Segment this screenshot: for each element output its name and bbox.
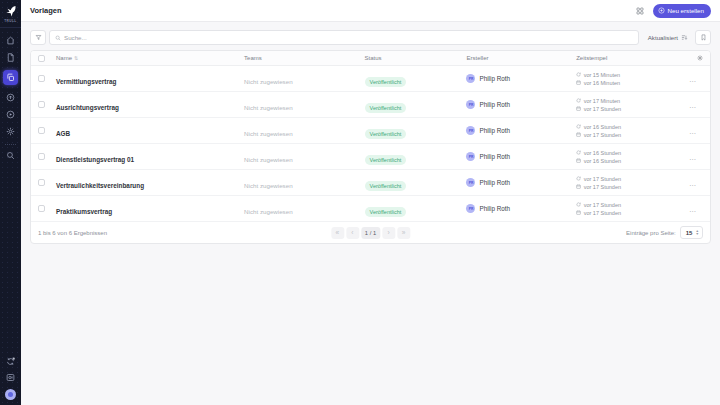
refresh-icon xyxy=(576,202,581,207)
status-badge: Veröffentlicht xyxy=(365,207,407,217)
apps-grid-icon[interactable] xyxy=(636,7,644,15)
created-timestamp: vor 17 Stunden xyxy=(584,209,621,217)
table-settings-gear-icon[interactable] xyxy=(697,55,703,61)
new-create-button[interactable]: Neu erstellen xyxy=(653,4,711,18)
select-all-checkbox[interactable] xyxy=(38,55,45,62)
sidebar-item-workspace[interactable] xyxy=(6,373,15,382)
row-checkbox[interactable] xyxy=(38,75,45,82)
creator-name: Philip Roth xyxy=(479,205,509,212)
column-header-name[interactable]: Name ⇅ xyxy=(56,55,244,61)
sidebar-item-documents[interactable] xyxy=(6,53,15,62)
per-page-value: 15 xyxy=(686,230,693,236)
column-header-status[interactable]: Status xyxy=(365,55,467,61)
sort-updated-label: Aktualisiert xyxy=(648,34,678,41)
creator-name: Philip Roth xyxy=(479,179,509,186)
sidebar-item-home[interactable] xyxy=(6,36,15,45)
search-icon xyxy=(6,151,15,160)
status-badge: Veröffentlicht xyxy=(365,129,407,139)
last-page-button[interactable]: » xyxy=(397,227,410,239)
row-actions-button[interactable]: ⋯ xyxy=(689,208,697,215)
updated-timestamp: vor 15 Minuten xyxy=(584,71,620,79)
sidebar-item-media[interactable] xyxy=(6,110,15,119)
next-page-button[interactable]: › xyxy=(382,227,395,239)
table-footer: 1 bis 6 von 6 Ergebnissen « ‹ 1 / 1 › » … xyxy=(31,222,710,243)
workspace-icon xyxy=(6,373,15,382)
sidebar-item-sync[interactable] xyxy=(6,357,15,366)
calendar-icon xyxy=(576,184,581,189)
column-header-teams[interactable]: Teams xyxy=(244,55,365,61)
teams-value: Nicht zugewiesen xyxy=(244,104,293,111)
created-timestamp: vor 17 Stunden xyxy=(584,131,621,139)
previous-page-button[interactable]: ‹ xyxy=(346,227,359,239)
row-actions-button[interactable]: ⋯ xyxy=(689,78,697,85)
row-checkbox[interactable] xyxy=(38,153,45,160)
template-name[interactable]: Praktikumsvertrag xyxy=(56,208,112,215)
table-row: Vertraulichkeitsvereinbarung Nicht zugew… xyxy=(31,170,710,196)
teams-value: Nicht zugewiesen xyxy=(244,156,293,163)
template-name[interactable]: Dienstleistungsvertrag 01 xyxy=(56,156,134,163)
pagination: « ‹ 1 / 1 › » xyxy=(331,227,410,239)
table-row: Ausrichtungsvertrag Nicht zugewiesen Ver… xyxy=(31,92,710,118)
templates-copy-icon xyxy=(6,73,15,82)
first-page-button[interactable]: « xyxy=(331,227,344,239)
search-box xyxy=(49,30,639,45)
row-checkbox[interactable] xyxy=(38,179,45,186)
row-checkbox[interactable] xyxy=(38,101,45,108)
sidebar: TRULL xyxy=(0,0,21,405)
creator-name: Philip Roth xyxy=(479,153,509,160)
updated-timestamp: vor 17 Stunden xyxy=(584,175,621,183)
updated-timestamp: vor 17 Minuten xyxy=(584,97,620,105)
per-page-label: Einträge pro Seite: xyxy=(626,230,676,236)
refresh-icon xyxy=(576,150,581,155)
filter-button[interactable] xyxy=(30,30,46,45)
creator-avatar: PR xyxy=(466,204,475,213)
row-actions-button[interactable]: ⋯ xyxy=(689,156,697,163)
sidebar-item-templates[interactable] xyxy=(3,70,18,85)
sidebar-item-publish[interactable] xyxy=(6,93,15,102)
creator-avatar: PR xyxy=(466,152,475,161)
row-actions-button[interactable]: ⋯ xyxy=(689,130,697,137)
home-icon xyxy=(6,36,15,45)
created-timestamp: vor 16 Minuten xyxy=(584,79,620,87)
teams-value: Nicht zugewiesen xyxy=(244,130,293,137)
row-actions-button[interactable]: ⋯ xyxy=(689,182,697,189)
template-name[interactable]: Vertraulichkeitsvereinbarung xyxy=(56,182,144,189)
search-input[interactable] xyxy=(64,34,633,41)
results-count: 1 bis 6 von 6 Ergebnissen xyxy=(38,230,107,236)
funnel-icon xyxy=(35,34,42,41)
sort-updated-control[interactable]: Aktualisiert xyxy=(648,34,688,41)
per-page-select[interactable]: 15 ▲▼ xyxy=(680,226,703,239)
template-name[interactable]: Vermittlungsvertrag xyxy=(56,78,116,85)
saved-views-button[interactable] xyxy=(695,30,711,45)
creator-avatar: PR xyxy=(466,178,475,187)
column-header-creator[interactable]: Ersteller xyxy=(466,55,576,61)
column-header-timestamp[interactable]: Zeitstempel xyxy=(576,55,683,61)
creator-name: Philip Roth xyxy=(479,101,509,108)
created-timestamp: vor 16 Stunden xyxy=(584,157,621,165)
row-actions-button[interactable]: ⋯ xyxy=(689,104,697,111)
teams-value: Nicht zugewiesen xyxy=(244,182,293,189)
sidebar-dotted-divider xyxy=(5,144,16,145)
template-name[interactable]: Ausrichtungsvertrag xyxy=(56,104,119,111)
calendar-icon xyxy=(576,80,581,85)
created-timestamp: vor 17 Stunden xyxy=(584,183,621,191)
gear-icon xyxy=(6,127,15,136)
updated-timestamp: vor 16 Stunden xyxy=(584,149,621,157)
row-checkbox[interactable] xyxy=(38,127,45,134)
calendar-icon xyxy=(576,158,581,163)
sidebar-item-search[interactable] xyxy=(6,151,15,160)
refresh-icon xyxy=(576,72,581,77)
user-avatar[interactable] xyxy=(5,389,16,400)
sidebar-item-settings[interactable] xyxy=(6,127,15,136)
document-icon xyxy=(6,53,15,62)
toolbar: Aktualisiert xyxy=(30,30,711,45)
table-row: Dienstleistungsvertrag 01 Nicht zugewies… xyxy=(31,144,710,170)
refresh-icon xyxy=(576,98,581,103)
template-name[interactable]: AGB xyxy=(56,130,70,137)
table-row: Praktikumsvertrag Nicht zugewiesen Veröf… xyxy=(31,196,710,222)
calendar-icon xyxy=(576,132,581,137)
creator-name: Philip Roth xyxy=(479,75,509,82)
row-checkbox[interactable] xyxy=(38,205,45,212)
status-badge: Veröffentlicht xyxy=(365,103,407,113)
calendar-icon xyxy=(576,106,581,111)
